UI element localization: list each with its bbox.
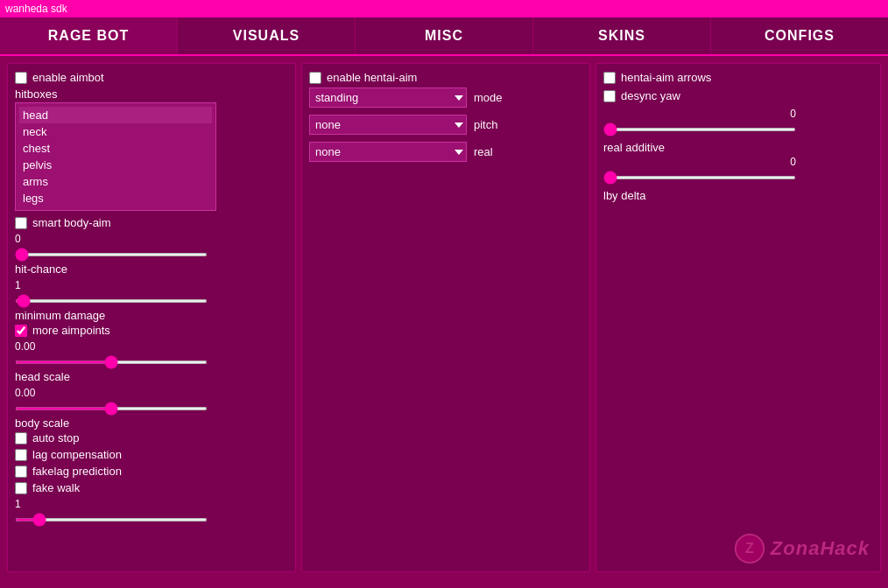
body-scale-label: body scale bbox=[15, 416, 288, 430]
head-scale-label: head scale bbox=[15, 370, 288, 383]
title-text: wanheda sdk bbox=[5, 3, 67, 15]
enable-hentai-aim-row: enable hentai-aim bbox=[309, 71, 582, 84]
real-dropdown[interactable]: none jitter spin bbox=[309, 142, 467, 162]
real-additive-slider[interactable] bbox=[603, 176, 796, 179]
real-additive-slider-value: 0 bbox=[603, 156, 796, 168]
fake-walk-slider[interactable] bbox=[15, 518, 208, 522]
minimum-damage-value: 1 bbox=[15, 279, 288, 291]
real-label: real bbox=[474, 145, 509, 158]
watermark: Z ZonaHack bbox=[734, 533, 870, 564]
lag-compensation-checkbox[interactable] bbox=[15, 449, 27, 461]
left-panel: enable aimbot hitboxes head neck chest p… bbox=[7, 63, 296, 572]
hentai-aim-arrows-checkbox[interactable] bbox=[603, 72, 616, 84]
tab-visuals[interactable]: VISUALS bbox=[178, 18, 356, 54]
more-aimpoints-checkbox[interactable] bbox=[15, 325, 27, 337]
desync-yaw-slider-value: 0 bbox=[603, 108, 796, 120]
fakelag-prediction-label: fakelag prediction bbox=[32, 465, 122, 478]
smart-body-aim-checkbox[interactable] bbox=[15, 217, 27, 229]
body-scale-slider[interactable] bbox=[15, 407, 208, 410]
svg-text:Z: Z bbox=[745, 540, 754, 556]
fakelag-prediction-checkbox[interactable] bbox=[15, 466, 27, 478]
main-content: enable aimbot hitboxes head neck chest p… bbox=[0, 56, 888, 579]
hitbox-legs[interactable]: legs bbox=[19, 190, 212, 206]
head-scale-slider[interactable] bbox=[15, 360, 208, 364]
body-scale-section: 0.00 body scale bbox=[15, 387, 288, 430]
hitbox-head[interactable]: head bbox=[19, 107, 212, 123]
real-dropdown-row: none jitter spin real bbox=[309, 142, 582, 162]
hitboxes-listbox[interactable]: head neck chest pelvis arms legs bbox=[15, 102, 216, 211]
head-scale-section: 0.00 head scale bbox=[15, 340, 288, 383]
lag-compensation-label: lag compensation bbox=[32, 448, 122, 461]
smart-body-aim-label: smart body-aim bbox=[32, 216, 111, 229]
auto-stop-label: auto stop bbox=[32, 431, 80, 444]
watermark-text: ZonaHack bbox=[771, 537, 870, 560]
enable-aimbot-checkbox[interactable] bbox=[15, 72, 27, 84]
desync-yaw-label: desync yaw bbox=[621, 89, 680, 102]
tab-configs[interactable]: CONFIGS bbox=[711, 18, 888, 54]
body-scale-value: 0.00 bbox=[15, 387, 288, 399]
mode-label: mode bbox=[474, 91, 509, 104]
enable-aimbot-label: enable aimbot bbox=[32, 71, 104, 84]
real-dropdown-wrapper: none jitter spin bbox=[309, 142, 467, 162]
more-aimpoints-row: more aimpoints bbox=[15, 324, 288, 337]
auto-stop-row: auto stop bbox=[15, 431, 288, 444]
minimum-damage-slider[interactable] bbox=[15, 299, 208, 303]
smart-body-aim-row: smart body-aim bbox=[15, 216, 288, 229]
right-panel: hentai-aim arrows desync yaw 0 real addi… bbox=[596, 63, 881, 572]
fake-walk-label: fake walk bbox=[32, 481, 80, 494]
mid-panel: enable hentai-aim standing moving crouch… bbox=[301, 63, 590, 572]
pitch-label: pitch bbox=[474, 118, 509, 131]
hitbox-arms[interactable]: arms bbox=[19, 173, 212, 190]
head-scale-value: 0.00 bbox=[15, 340, 288, 353]
desync-yaw-slider[interactable] bbox=[603, 128, 796, 131]
enable-aimbot-row: enable aimbot bbox=[15, 71, 288, 84]
fakelag-prediction-row: fakelag prediction bbox=[15, 465, 288, 478]
hitbox-neck[interactable]: neck bbox=[19, 123, 212, 140]
pitch-dropdown[interactable]: none up down bbox=[309, 115, 467, 135]
lby-delta-label: lby delta bbox=[603, 189, 873, 202]
zona-hack-icon: Z bbox=[734, 533, 765, 564]
tab-misc[interactable]: MISC bbox=[356, 18, 533, 54]
desync-yaw-checkbox[interactable] bbox=[603, 90, 616, 102]
desync-yaw-row: desync yaw bbox=[603, 89, 873, 102]
fake-walk-value: 1 bbox=[15, 498, 288, 510]
hitboxes-label: hitboxes bbox=[15, 88, 288, 101]
mode-dropdown[interactable]: standing moving crouching bbox=[309, 88, 467, 108]
enable-hentai-aim-checkbox[interactable] bbox=[309, 72, 321, 84]
hit-chance-slider[interactable] bbox=[15, 253, 208, 256]
mode-dropdown-wrapper: standing moving crouching bbox=[309, 88, 467, 108]
hentai-aim-arrows-label: hentai-aim arrows bbox=[621, 71, 711, 84]
minimum-damage-section: 1 minimum damage bbox=[15, 279, 288, 322]
hit-chance-section: 0 hit-chance bbox=[15, 233, 288, 276]
more-aimpoints-label: more aimpoints bbox=[32, 324, 110, 337]
tab-skins[interactable]: SKINS bbox=[533, 18, 711, 54]
desync-yaw-slider-section: 0 bbox=[603, 108, 873, 134]
lag-compensation-row: lag compensation bbox=[15, 448, 288, 461]
pitch-dropdown-wrapper: none up down bbox=[309, 115, 467, 135]
enable-hentai-aim-label: enable hentai-aim bbox=[327, 71, 417, 84]
minimum-damage-label: minimum damage bbox=[15, 309, 288, 322]
mode-dropdown-row: standing moving crouching mode bbox=[309, 88, 582, 108]
auto-stop-checkbox[interactable] bbox=[15, 432, 27, 444]
hentai-aim-arrows-row: hentai-aim arrows bbox=[603, 71, 873, 84]
title-bar: wanheda sdk bbox=[0, 0, 888, 18]
tab-rage-bot[interactable]: RAGE BOT bbox=[0, 18, 178, 54]
hit-chance-value: 0 bbox=[15, 233, 288, 245]
hitbox-pelvis[interactable]: pelvis bbox=[19, 157, 212, 173]
pitch-dropdown-row: none up down pitch bbox=[309, 115, 582, 135]
real-additive-section: real additive 0 bbox=[603, 141, 873, 182]
hitbox-chest[interactable]: chest bbox=[19, 140, 212, 157]
real-additive-label: real additive bbox=[603, 141, 873, 154]
fake-walk-row: fake walk bbox=[15, 481, 288, 494]
tab-bar: RAGE BOT VISUALS MISC SKINS CONFIGS bbox=[0, 18, 888, 56]
hit-chance-label: hit-chance bbox=[15, 262, 288, 276]
fake-walk-checkbox[interactable] bbox=[15, 482, 27, 494]
